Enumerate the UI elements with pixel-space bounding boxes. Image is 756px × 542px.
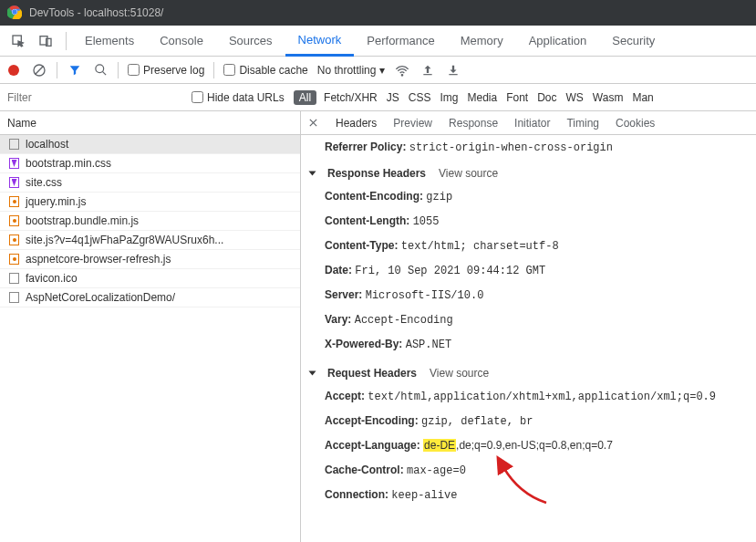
filter-icon[interactable] [67, 62, 83, 78]
svg-line-7 [35, 66, 43, 74]
inspect-icon[interactable] [5, 28, 31, 54]
response-header-row: Content-Encoding: gzip [325, 187, 747, 206]
referrer-policy-label: Referrer Policy: [325, 141, 406, 153]
tab-sources[interactable]: Sources [216, 26, 285, 56]
filter-media[interactable]: Media [467, 91, 497, 104]
disable-cache-input[interactable] [223, 64, 235, 76]
download-icon[interactable] [445, 62, 461, 78]
request-name: jquery.min.js [26, 195, 86, 208]
request-headers-section[interactable]: Request Headers View source [310, 367, 747, 380]
tab-application[interactable]: Application [516, 26, 600, 56]
disable-cache-checkbox[interactable]: Disable cache [223, 64, 307, 77]
search-icon[interactable] [92, 62, 109, 78]
hide-data-urls-input[interactable] [192, 91, 203, 103]
preserve-log-input[interactable] [128, 64, 140, 76]
filter-bar: Hide data URLs All Fetch/XHR JS CSS Img … [0, 84, 756, 111]
view-source-link[interactable]: View source [430, 367, 489, 380]
separator [57, 62, 57, 78]
file-icon [7, 234, 20, 246]
tab-security[interactable]: Security [599, 26, 668, 56]
request-row[interactable]: site.js?v=4q1jwFhaPaZgr8WAUSrux6h... [0, 231, 300, 250]
request-list: Name localhostbootstrap.min.csssite.cssj… [0, 111, 301, 542]
content-split: Name localhostbootstrap.min.csssite.cssj… [0, 111, 756, 542]
view-source-link[interactable]: View source [439, 167, 498, 180]
subtab-response[interactable]: Response [449, 117, 498, 130]
filter-js[interactable]: JS [387, 91, 399, 104]
response-headers-section[interactable]: Response Headers View source [310, 167, 747, 180]
separator [213, 62, 214, 78]
tab-network[interactable]: Network [285, 26, 355, 57]
headers-panel: Referrer Policy: strict-origin-when-cros… [301, 135, 756, 542]
request-row[interactable]: favicon.ico [0, 269, 300, 288]
filter-input[interactable] [0, 84, 192, 110]
request-name: aspnetcore-browser-refresh.js [26, 253, 171, 266]
subtab-preview[interactable]: Preview [393, 117, 432, 130]
request-row[interactable]: jquery.min.js [0, 193, 300, 212]
request-row[interactable]: site.css [0, 173, 300, 193]
hide-data-urls-label: Hide data URLs [207, 91, 285, 104]
tab-console[interactable]: Console [147, 26, 216, 56]
subtab-headers[interactable]: Headers [336, 117, 377, 130]
subtab-cookies[interactable]: Cookies [616, 117, 655, 130]
request-name: site.css [26, 176, 62, 189]
subtab-timing[interactable]: Timing [566, 117, 599, 130]
header-cache-control: Cache-Control: max-age=0 [325, 461, 747, 480]
chevron-down-icon: ▾ [379, 64, 385, 77]
request-row[interactable]: aspnetcore-browser-refresh.js [0, 250, 300, 269]
subtab-initiator[interactable]: Initiator [514, 117, 550, 130]
clear-icon[interactable] [31, 62, 47, 78]
network-toolbar: Preserve log Disable cache No throttling… [0, 57, 756, 84]
filter-wasm[interactable]: Wasm [593, 91, 624, 104]
filter-img[interactable]: Img [440, 91, 458, 104]
svg-point-8 [95, 65, 103, 73]
request-name: favicon.ico [26, 272, 78, 285]
response-header-row: Date: Fri, 10 Sep 2021 09:44:12 GMT [325, 261, 747, 280]
hide-data-urls-checkbox[interactable]: Hide data URLs [192, 91, 285, 104]
file-icon [7, 138, 20, 151]
filter-fetch-xhr[interactable]: Fetch/XHR [324, 91, 378, 104]
filter-ws[interactable]: WS [566, 91, 584, 104]
record-button[interactable] [5, 62, 22, 78]
request-row[interactable]: AspNetCoreLocalizationDemo/ [0, 288, 300, 307]
disable-cache-label: Disable cache [239, 64, 307, 77]
request-row[interactable]: bootstrap.bundle.min.js [0, 212, 300, 231]
filter-font[interactable]: Font [506, 91, 528, 104]
tab-memory[interactable]: Memory [448, 26, 516, 56]
separator [66, 32, 67, 50]
file-icon [7, 272, 20, 285]
separator [118, 62, 119, 78]
response-headers-title: Response Headers [327, 167, 426, 180]
request-name: bootstrap.bundle.min.js [26, 214, 139, 227]
svg-point-2 [12, 9, 16, 14]
chrome-icon [7, 5, 29, 22]
response-header-row: Content-Type: text/html; charset=utf-8 [325, 236, 747, 255]
request-name: site.js?v=4q1jwFhaPaZgr8WAUSrux6h... [26, 234, 223, 246]
request-name: localhost [26, 138, 68, 151]
throttling-select[interactable]: No throttling ▾ [317, 64, 386, 77]
request-row[interactable]: bootstrap.min.css [0, 154, 300, 173]
preserve-log-checkbox[interactable]: Preserve log [128, 64, 204, 77]
filter-doc[interactable]: Doc [537, 91, 556, 104]
filter-all[interactable]: All [294, 90, 316, 105]
tab-performance[interactable]: Performance [354, 26, 447, 56]
window-title: DevTools - localhost:51028/ [29, 6, 163, 19]
triangle-down-icon [309, 371, 316, 376]
header-accept-language: Accept-Language: de-DE,de;q=0.9,en-US;q=… [325, 436, 747, 455]
highlight: de-DE [423, 439, 456, 452]
filter-css[interactable]: CSS [409, 91, 431, 104]
header-connection: Connection: keep-alive [325, 485, 747, 505]
request-name: AspNetCoreLocalizationDemo/ [26, 291, 175, 304]
upload-icon[interactable] [419, 62, 436, 78]
tab-elements[interactable]: Elements [72, 26, 147, 56]
response-header-row: Vary: Accept-Encoding [325, 310, 747, 329]
network-conditions-icon[interactable] [394, 62, 410, 78]
file-icon [7, 253, 20, 266]
filter-manifest[interactable]: Man [632, 91, 653, 104]
device-toggle-icon[interactable] [33, 28, 58, 54]
request-name: bootstrap.min.css [26, 157, 111, 170]
response-header-row: Content-Length: 1055 [325, 212, 747, 231]
request-list-header[interactable]: Name [0, 111, 300, 135]
request-row[interactable]: localhost [0, 135, 300, 154]
close-icon[interactable] [306, 117, 319, 130]
triangle-down-icon [309, 172, 316, 176]
